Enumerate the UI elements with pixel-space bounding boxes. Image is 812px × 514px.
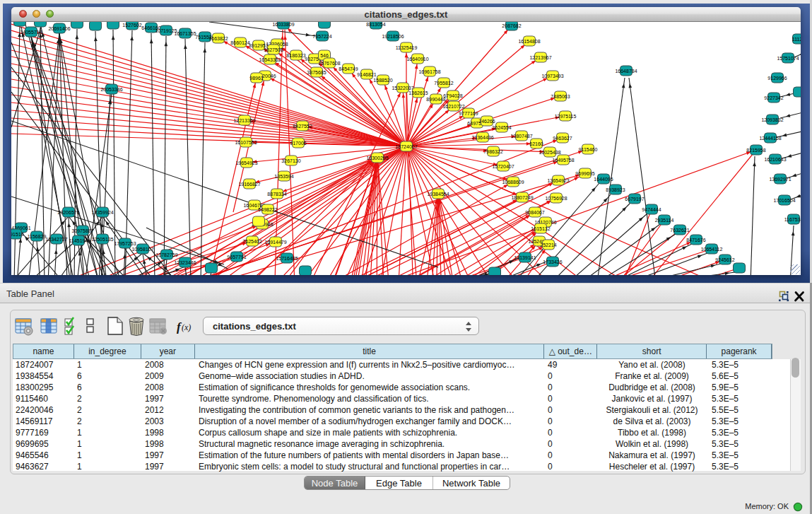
svg-text:16033809: 16033809 bbox=[272, 22, 294, 27]
svg-text:13692971: 13692971 bbox=[769, 177, 791, 182]
svg-text:8471676: 8471676 bbox=[686, 238, 705, 243]
svg-text:12323446: 12323446 bbox=[174, 260, 196, 265]
svg-text:7485063: 7485063 bbox=[551, 94, 570, 99]
svg-text:15720407: 15720407 bbox=[492, 164, 514, 169]
svg-text:391514: 391514 bbox=[11, 232, 24, 237]
svg-text:8186323: 8186323 bbox=[286, 53, 305, 58]
svg-text:7663822: 7663822 bbox=[208, 36, 228, 41]
svg-text:9327508: 9327508 bbox=[264, 47, 283, 52]
svg-text:19166827: 19166827 bbox=[238, 182, 260, 187]
svg-text:7625402: 7625402 bbox=[242, 239, 261, 244]
svg-text:7955812: 7955812 bbox=[434, 81, 453, 86]
svg-text:9245612: 9245612 bbox=[715, 257, 734, 262]
svg-text:8813054: 8813054 bbox=[366, 22, 385, 27]
svg-text:98961: 98961 bbox=[249, 76, 264, 81]
svg-text:16107553: 16107553 bbox=[235, 140, 257, 145]
svg-text:1644095: 1644095 bbox=[594, 177, 613, 182]
svg-text:8215958: 8215958 bbox=[746, 148, 765, 153]
svg-text:17957253: 17957253 bbox=[114, 241, 136, 246]
svg-text:7632621: 7632621 bbox=[670, 228, 689, 233]
svg-text:12213369: 12213369 bbox=[233, 118, 255, 123]
svg-text:19384554: 19384554 bbox=[427, 192, 449, 197]
svg-text:(x): (x) bbox=[182, 322, 191, 332]
svg-text:9129966: 9129966 bbox=[767, 76, 787, 81]
svg-text:1733426: 1733426 bbox=[543, 259, 562, 264]
svg-text:12213967: 12213967 bbox=[529, 55, 551, 60]
svg-text:9699695: 9699695 bbox=[575, 171, 594, 176]
svg-text:9463627: 9463627 bbox=[553, 136, 572, 141]
svg-text:17359924: 17359924 bbox=[91, 210, 113, 215]
svg-text:252214: 252214 bbox=[540, 243, 556, 247]
svg-text:11325419: 11325419 bbox=[396, 45, 418, 50]
svg-text:16154808: 16154808 bbox=[518, 39, 540, 44]
svg-text:15716485: 15716485 bbox=[276, 256, 298, 261]
svg-text:546: 546 bbox=[320, 53, 329, 58]
svg-text:10654112: 10654112 bbox=[701, 247, 723, 252]
svg-text:10807487: 10807487 bbox=[510, 134, 532, 139]
svg-text:746266: 746266 bbox=[478, 119, 495, 124]
svg-text:9146821: 9146821 bbox=[357, 72, 376, 77]
svg-text:16210722: 16210722 bbox=[442, 104, 464, 109]
svg-text:8660124: 8660124 bbox=[230, 40, 249, 45]
svg-text:7357224: 7357224 bbox=[312, 34, 331, 39]
svg-text:5498222: 5498222 bbox=[258, 207, 277, 212]
svg-text:6679197: 6679197 bbox=[625, 197, 644, 201]
svg-text:1145194: 1145194 bbox=[69, 238, 88, 243]
svg-text:9474444: 9474444 bbox=[642, 207, 661, 212]
svg-text:13654923: 13654923 bbox=[547, 178, 569, 183]
svg-text:1167534: 1167534 bbox=[784, 217, 801, 222]
svg-text:20206576: 20206576 bbox=[57, 210, 79, 215]
svg-text:16495758: 16495758 bbox=[552, 158, 574, 163]
svg-text:9777169: 9777169 bbox=[459, 111, 478, 116]
svg-text:17016504: 17016504 bbox=[773, 198, 795, 203]
svg-text:10688609: 10688609 bbox=[502, 180, 524, 185]
svg-text:1588520: 1588520 bbox=[373, 78, 392, 83]
svg-text:12342737: 12342737 bbox=[45, 237, 67, 242]
svg-text:10025438: 10025438 bbox=[539, 150, 560, 155]
svg-text:18300295: 18300295 bbox=[366, 156, 388, 160]
svg-text:62160: 62160 bbox=[529, 141, 543, 146]
svg-text:3875685: 3875685 bbox=[307, 70, 326, 75]
svg-text:9084067: 9084067 bbox=[525, 210, 544, 215]
svg-text:15322037: 15322037 bbox=[392, 86, 413, 90]
svg-text:917006: 917006 bbox=[290, 141, 306, 146]
svg-text:1353594: 1353594 bbox=[274, 174, 293, 179]
svg-text:10973493: 10973493 bbox=[541, 74, 563, 78]
svg-text:15751074: 15751074 bbox=[777, 56, 799, 61]
svg-text:8938923: 8938923 bbox=[606, 187, 625, 192]
svg-text:16543362: 16543362 bbox=[259, 57, 281, 62]
svg-text:20691406: 20691406 bbox=[48, 26, 70, 31]
svg-text:9657791: 9657791 bbox=[227, 255, 246, 259]
svg-text:16782759: 16782759 bbox=[155, 252, 177, 257]
svg-text:19654923: 19654923 bbox=[235, 160, 257, 165]
svg-text:3267130: 3267130 bbox=[281, 158, 300, 163]
svg-text:9115460: 9115460 bbox=[579, 147, 598, 152]
svg-text:12505135: 12505135 bbox=[91, 237, 113, 242]
svg-text:11124: 11124 bbox=[792, 37, 801, 42]
svg-text:18807249: 18807249 bbox=[511, 195, 533, 200]
svg-text:20053346: 20053346 bbox=[100, 87, 122, 92]
svg-text:8878334: 8878334 bbox=[267, 192, 286, 197]
svg-text:16210643: 16210643 bbox=[764, 157, 786, 162]
svg-text:16671355: 16671355 bbox=[174, 31, 196, 36]
svg-text:7986322: 7986322 bbox=[483, 149, 502, 154]
svg-text:9227342: 9227342 bbox=[764, 95, 783, 100]
svg-text:18724007: 18724007 bbox=[395, 144, 417, 149]
svg-text:10958107: 10958107 bbox=[131, 247, 153, 252]
svg-text:16640910: 16640910 bbox=[406, 57, 428, 62]
svg-text:12093832: 12093832 bbox=[761, 117, 783, 122]
svg-text:16961758: 16961758 bbox=[418, 69, 440, 74]
svg-text:2087682: 2087682 bbox=[502, 23, 521, 28]
svg-text:12975115: 12975115 bbox=[555, 114, 577, 119]
svg-text:6794028: 6794028 bbox=[443, 93, 462, 98]
svg-text:16914479: 16914479 bbox=[264, 240, 286, 245]
svg-text:1156829: 1156829 bbox=[28, 234, 47, 239]
svg-text:1615132: 1615132 bbox=[531, 226, 550, 231]
svg-text:19218506: 19218506 bbox=[382, 34, 404, 39]
svg-text:1527602: 1527602 bbox=[122, 23, 141, 28]
svg-text:8454749: 8454749 bbox=[339, 66, 358, 71]
svg-text:21364436: 21364436 bbox=[471, 135, 493, 140]
svg-text:26767608: 26767608 bbox=[318, 61, 340, 66]
svg-text:2935114: 2935114 bbox=[655, 218, 674, 223]
svg-text:3624554: 3624554 bbox=[492, 125, 511, 130]
